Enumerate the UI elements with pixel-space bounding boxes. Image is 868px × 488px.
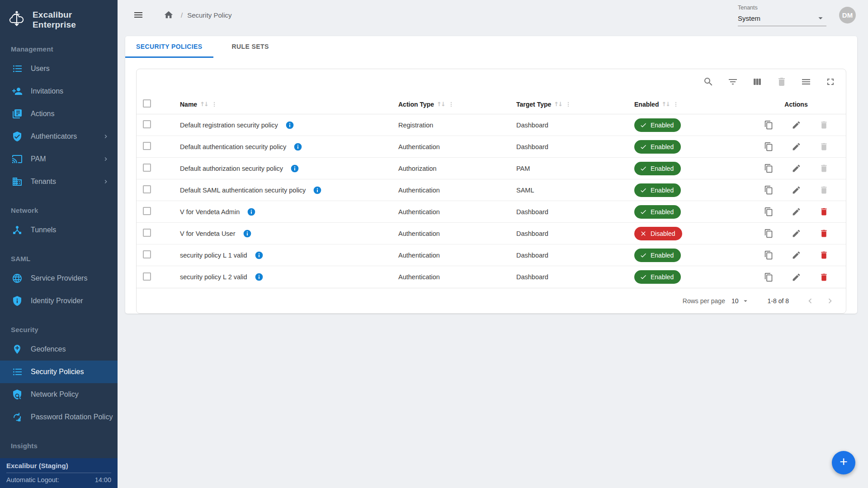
info-icon[interactable] — [255, 251, 264, 260]
status-badge: Enabled — [634, 270, 681, 284]
chevron-left-icon — [805, 296, 815, 306]
columns-toolbar-button[interactable] — [750, 75, 764, 89]
rows-per-page-select[interactable]: 10 — [731, 297, 750, 305]
info-icon[interactable] — [290, 164, 299, 173]
row-checkbox[interactable] — [143, 185, 151, 193]
list-icon — [12, 63, 23, 74]
info-icon[interactable] — [243, 229, 252, 238]
sidebar-nav: Management Users Invitations Actions Aut… — [0, 38, 118, 454]
columns-icon — [752, 76, 763, 87]
dropdown-caret-icon — [741, 297, 750, 305]
tenant-select[interactable]: System — [738, 11, 826, 26]
column-header-action-type: Action Type ↑↓ — [398, 101, 516, 108]
copy-button[interactable] — [762, 118, 775, 131]
column-menu-icon[interactable] — [211, 101, 218, 108]
delete-button[interactable] — [817, 249, 830, 262]
sidebar-section: Insights — [0, 428, 118, 454]
row-checkbox[interactable] — [143, 164, 151, 172]
policy-target-type: Dashboard — [516, 122, 634, 129]
sort-icon[interactable]: ↑↓ — [554, 101, 562, 108]
column-menu-icon[interactable] — [672, 101, 679, 108]
edit-button[interactable] — [790, 140, 803, 153]
sidebar-item-service-providers[interactable]: Service Providers — [0, 267, 118, 290]
shield-check-icon — [12, 131, 23, 142]
row-checkbox[interactable] — [143, 120, 151, 128]
copy-button[interactable] — [762, 183, 775, 197]
copy-icon — [764, 272, 774, 282]
add-policy-button[interactable]: + — [832, 451, 855, 474]
column-menu-icon[interactable] — [565, 101, 572, 108]
delete-icon — [776, 76, 787, 87]
policy-action-type: Authentication — [398, 143, 516, 150]
sidebar-item-users[interactable]: Users — [0, 57, 118, 80]
sort-icon[interactable]: ↑↓ — [661, 101, 670, 108]
select-all-checkbox[interactable] — [143, 99, 151, 108]
sidebar-item-password-rotation-policy[interactable]: Password Rotation Policy — [0, 406, 118, 428]
brand: Excalibur Enterprise — [0, 0, 118, 38]
delete-button[interactable] — [817, 227, 830, 240]
breadcrumb-home-link[interactable] — [162, 8, 175, 22]
filter-toolbar-button[interactable] — [726, 75, 740, 89]
copy-button[interactable] — [762, 140, 775, 153]
edit-button[interactable] — [790, 271, 803, 284]
copy-icon — [764, 229, 774, 238]
row-checkbox[interactable] — [143, 142, 151, 150]
trash-icon — [819, 164, 829, 173]
tab-security-policies[interactable]: SECURITY POLICIES — [125, 36, 213, 58]
edit-button[interactable] — [790, 227, 803, 240]
column-menu-icon[interactable] — [448, 101, 455, 108]
sidebar-item-authenticators[interactable]: Authenticators — [0, 125, 118, 148]
density-toolbar-button[interactable] — [799, 75, 813, 89]
sidebar-item-invitations[interactable]: Invitations — [0, 80, 118, 103]
copy-button[interactable] — [762, 162, 775, 175]
status-badge: Enabled — [634, 162, 681, 175]
info-icon[interactable] — [313, 186, 322, 195]
density-icon — [801, 76, 811, 87]
sidebar-item-geofences[interactable]: Geofences — [0, 338, 118, 361]
sidebar-item-identity-provider[interactable]: Identity Provider — [0, 290, 118, 312]
status-badge: Enabled — [634, 118, 681, 132]
sidebar-item-network-policy[interactable]: Network Policy — [0, 383, 118, 406]
sidebar-section-label-management: Management — [0, 38, 118, 57]
sidebar-section: Security Geofences Security Policies Net… — [0, 312, 118, 428]
policy-action-type: Authentication — [398, 273, 516, 281]
edit-button[interactable] — [790, 249, 803, 262]
edit-button[interactable] — [790, 162, 803, 175]
sidebar: Excalibur Enterprise Management Users In… — [0, 0, 118, 488]
tab-rule-sets[interactable]: RULE SETS — [213, 36, 288, 58]
copy-button[interactable] — [762, 205, 775, 218]
row-checkbox[interactable] — [143, 250, 151, 258]
edit-button[interactable] — [790, 205, 803, 218]
delete-button[interactable] — [817, 205, 830, 218]
delete-button[interactable] — [817, 271, 830, 284]
copy-button[interactable] — [762, 271, 775, 284]
fullscreen-toolbar-button[interactable] — [823, 75, 838, 89]
info-icon[interactable] — [293, 142, 302, 151]
library-books-icon — [12, 108, 23, 119]
sidebar-item-security-policies[interactable]: Security Policies — [0, 361, 118, 383]
row-checkbox[interactable] — [143, 272, 151, 281]
copy-button[interactable] — [762, 249, 775, 262]
trash-icon — [819, 120, 829, 130]
info-icon[interactable] — [285, 121, 294, 130]
edit-button[interactable] — [790, 183, 803, 197]
sort-icon[interactable]: ↑↓ — [200, 101, 208, 108]
row-checkbox[interactable] — [143, 229, 151, 237]
sidebar-item-tunnels[interactable]: Tunnels — [0, 219, 118, 241]
copy-button[interactable] — [762, 227, 775, 240]
row-checkbox[interactable] — [143, 207, 151, 215]
menu-toggle-button[interactable] — [131, 8, 146, 22]
sidebar-item-pam[interactable]: PAM — [0, 148, 118, 170]
edit-button[interactable] — [790, 118, 803, 131]
status-badge: Enabled — [634, 140, 681, 154]
user-avatar[interactable]: DM — [839, 7, 856, 23]
search-toolbar-button[interactable] — [701, 75, 716, 89]
info-icon[interactable] — [255, 272, 264, 282]
policies-table: Name ↑↓ Action Type ↑↓ Target Type ↑↓ — [136, 69, 846, 314]
sort-icon[interactable]: ↑↓ — [437, 101, 445, 108]
table-header-row: Name ↑↓ Action Type ↑↓ Target Type ↑↓ — [137, 94, 846, 114]
sidebar-item-actions[interactable]: Actions — [0, 103, 118, 125]
info-icon[interactable] — [247, 207, 256, 216]
auto-logout-time: 14:00 — [95, 476, 111, 483]
sidebar-item-tenants[interactable]: Tenants — [0, 170, 118, 193]
